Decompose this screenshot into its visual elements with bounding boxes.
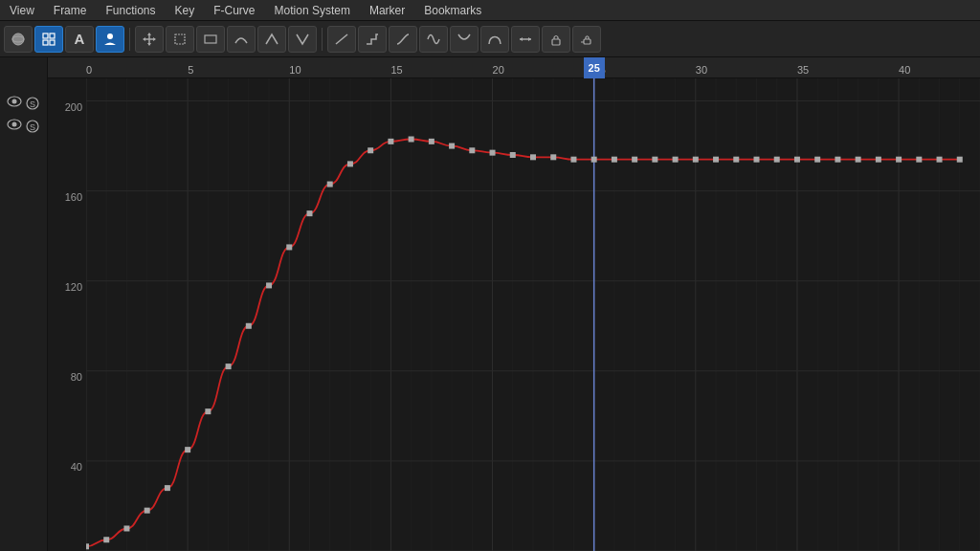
keyframe-point[interactable] (774, 157, 780, 163)
keyframe-point[interactable] (327, 182, 333, 187)
linear-btn[interactable] (327, 26, 356, 53)
keyframe-point[interactable] (673, 157, 679, 163)
keyframe-point[interactable] (591, 157, 597, 163)
svg-marker-17 (520, 37, 523, 41)
ruler-tick-5: 5 (188, 64, 193, 76)
menu-view[interactable]: View (0, 2, 44, 19)
keyframe-point[interactable] (937, 157, 943, 163)
svg-marker-10 (147, 43, 151, 46)
keyframe-point[interactable] (896, 157, 902, 163)
svg-marker-18 (528, 37, 531, 41)
s-icon-1[interactable]: S (25, 96, 40, 111)
eye-icon-1[interactable] (7, 96, 22, 111)
keyframe-point[interactable] (570, 157, 576, 163)
select-box-btn[interactable] (166, 26, 194, 53)
svg-rect-4 (43, 40, 48, 45)
keyframe-point[interactable] (957, 157, 963, 163)
lock-keys-btn[interactable] (542, 26, 570, 53)
sphere-btn[interactable] (4, 26, 33, 53)
ruler-tick-40: 40 (899, 64, 910, 76)
svg-rect-14 (205, 35, 216, 43)
keyframe-point[interactable] (856, 157, 861, 163)
svg-rect-3 (50, 33, 55, 38)
keyframe-point[interactable] (123, 525, 129, 531)
keyframe-point[interactable] (286, 244, 292, 250)
menu-key[interactable]: Key (166, 2, 205, 19)
keyframe-point[interactable] (835, 157, 840, 163)
flat-btn[interactable] (511, 26, 540, 53)
keyframe-point[interactable] (876, 157, 881, 163)
svg-rect-20 (584, 39, 590, 44)
keyframe-point[interactable] (916, 157, 922, 163)
keyframe-point[interactable] (246, 323, 252, 329)
frame-highlight: 25 (584, 57, 605, 78)
layout-btn[interactable] (34, 26, 63, 53)
eye-icon-2[interactable] (7, 119, 22, 134)
ruler-tick-0: 0 (86, 64, 92, 76)
ruler-tick-20: 20 (493, 64, 504, 76)
person-btn[interactable] (96, 26, 124, 53)
bezier-btn[interactable] (480, 26, 509, 53)
keyframe-point[interactable] (103, 537, 109, 542)
peak-btn[interactable] (257, 26, 286, 53)
lock-tangent-btn[interactable] (572, 26, 601, 53)
main-area: S S 051015202530354025 20016012080400 (0, 57, 980, 551)
keyframe-point[interactable] (510, 152, 516, 158)
menu-fcurve[interactable]: F-Curve (204, 2, 264, 19)
keyframe-point[interactable] (145, 508, 150, 514)
rect-btn[interactable] (196, 26, 225, 53)
y-label-40: 40 (71, 461, 82, 473)
keyframe-point[interactable] (347, 161, 353, 166)
menu-frame[interactable]: Frame (44, 2, 97, 19)
keyframe-point[interactable] (469, 147, 475, 153)
keyframe-point[interactable] (794, 157, 800, 163)
menu-marker[interactable]: Marker (360, 2, 414, 19)
keyframe-point[interactable] (185, 447, 190, 452)
sine-btn[interactable] (419, 26, 448, 53)
keyframe-point[interactable] (713, 157, 719, 163)
keyframe-point[interactable] (550, 154, 556, 160)
move-btn[interactable] (135, 26, 164, 53)
s-icon-2[interactable]: S (25, 119, 40, 134)
menu-bookmarks[interactable]: Bookmarks (414, 2, 491, 19)
keyframe-point[interactable] (388, 139, 393, 144)
keyframe-point[interactable] (754, 157, 760, 163)
keyframe-point[interactable] (86, 543, 89, 549)
keyframe-point[interactable] (612, 157, 617, 163)
keyframe-point[interactable] (490, 150, 496, 156)
keyframe-point[interactable] (205, 408, 211, 414)
valley-btn[interactable] (288, 26, 317, 53)
keyframe-point[interactable] (429, 139, 434, 144)
chart-area[interactable]: 051015202530354025 20016012080400 (48, 57, 980, 551)
separator-1 (129, 28, 130, 51)
y-axis: 20016012080400 (48, 78, 86, 551)
keyframe-point[interactable] (368, 147, 373, 153)
keyframe-point[interactable] (307, 210, 313, 216)
keyframe-point[interactable] (814, 157, 820, 163)
svg-rect-2 (43, 33, 48, 38)
keyframe-point[interactable] (449, 143, 455, 149)
keyframe-point[interactable] (693, 157, 699, 163)
keyframe-point[interactable] (409, 137, 414, 143)
keyframe-point[interactable] (632, 157, 637, 163)
text-btn[interactable]: A (65, 26, 94, 53)
y-label-200: 200 (65, 101, 82, 113)
keyframe-point[interactable] (733, 157, 739, 163)
menu-motion-system[interactable]: Motion System (265, 2, 360, 19)
svg-point-0 (12, 33, 24, 45)
ruler-tick-15: 15 (390, 64, 402, 76)
keyframe-point[interactable] (530, 154, 536, 160)
keyframe-point[interactable] (652, 157, 657, 163)
keyframe-point[interactable] (226, 364, 232, 369)
menu-bar: View Frame Functions Key F-Curve Motion … (0, 0, 980, 21)
keyframe-point[interactable] (266, 282, 272, 288)
keyframe-point[interactable] (165, 485, 170, 491)
ruler-tick-30: 30 (696, 64, 707, 76)
y-label-160: 160 (65, 191, 82, 203)
svg-marker-9 (147, 33, 151, 35)
ease-btn[interactable] (389, 26, 417, 53)
arc3-btn[interactable] (450, 26, 479, 53)
stepped-btn[interactable] (358, 26, 387, 53)
curve-flat-btn[interactable] (227, 26, 256, 53)
menu-functions[interactable]: Functions (96, 2, 165, 19)
